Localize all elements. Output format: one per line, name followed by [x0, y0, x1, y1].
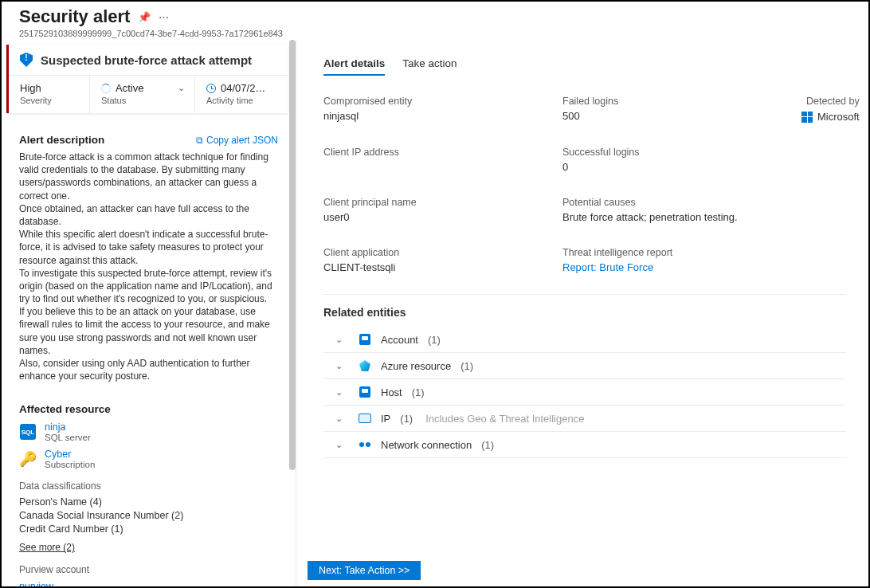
alert-id: 2517529103889999999_7c00cd74-3be7-4cdd-9… [19, 29, 854, 38]
client-principal-field: Client principal name user0 [323, 197, 555, 223]
affected-heading: Affected resource [19, 403, 111, 415]
microsoft-logo-icon [801, 112, 813, 123]
copy-icon: ⧉ [196, 135, 203, 146]
entity-count: (1) [412, 386, 425, 398]
key-icon: 🔑 [19, 450, 37, 468]
account-icon [359, 334, 370, 345]
entity-name: Azure resource [381, 360, 451, 372]
field-label: Client IP address [323, 147, 555, 158]
tab-alert-details[interactable]: Alert details [323, 54, 385, 76]
alert-title: Suspected brute-force attack attempt [41, 53, 252, 67]
entity-name: Host [381, 386, 402, 398]
field-value: user0 [323, 211, 555, 223]
status-spinner-icon [101, 84, 111, 93]
activity-cell: 04/07/2… Activity time [195, 76, 288, 113]
sql-server-icon: SQL [20, 424, 36, 440]
purview-heading: Purview account [19, 564, 278, 575]
affected-resource-row[interactable]: 🔑 Cyber Subscription [19, 449, 278, 469]
field-value: 0 [562, 161, 794, 173]
chevron-down-icon[interactable]: ⌄ [328, 361, 349, 371]
divider [323, 294, 846, 295]
ip-icon [359, 414, 371, 423]
field-value: 500 [562, 110, 794, 122]
field-label: Client application [323, 247, 555, 258]
entity-count: (1) [481, 439, 494, 451]
classifications-heading: Data classifications [19, 480, 278, 492]
affected-resource-type: SQL server [45, 433, 91, 442]
affected-resource-row[interactable]: SQL ninja SQL server [19, 421, 278, 442]
activity-label: Activity time [206, 96, 278, 105]
entity-count: (1) [400, 413, 413, 425]
status-value: Active [116, 82, 143, 94]
tab-take-action[interactable]: Take action [402, 54, 457, 76]
entity-name: IP [381, 413, 390, 425]
shield-icon [20, 53, 33, 67]
entity-count: (1) [460, 360, 473, 372]
field-value: CLIENT-testsqli [323, 261, 555, 273]
entity-name: Network connection [381, 439, 472, 451]
threat-report-field: Threat intelligence report Report: Brute… [562, 247, 794, 273]
severity-value: High [20, 82, 80, 94]
field-label: Potential causes [562, 197, 794, 208]
description-heading: Alert description [19, 134, 104, 146]
severity-label: Severity [20, 96, 80, 105]
related-entity-row-azure[interactable]: ⌄ Azure resource (1) [323, 353, 846, 379]
field-value: Microsoft [817, 111, 860, 123]
affected-resource-name[interactable]: Cyber [45, 449, 95, 460]
classification-item: Person's Name (4) [19, 496, 278, 508]
status-label: Status [101, 96, 185, 105]
more-icon[interactable]: ⋯ [159, 11, 169, 23]
chevron-down-icon[interactable]: ⌄ [165, 83, 185, 93]
field-value: Brute force attack; penetration testing. [562, 211, 794, 223]
related-entity-row-host[interactable]: ⌄ Host (1) [323, 379, 846, 406]
copy-alert-json-label: Copy alert JSON [206, 135, 278, 146]
summary-card: Suspected brute-force attack attempt Hig… [6, 45, 288, 113]
entity-name: Account [381, 334, 418, 346]
classification-item: Canada Social Insurance Number (2) [19, 510, 278, 521]
affected-resource-type: Subscription [45, 460, 95, 469]
activity-value: 04/07/2… [221, 82, 265, 94]
chevron-down-icon[interactable]: ⌄ [328, 440, 349, 450]
next-take-action-button[interactable]: Next: Take Action >> [308, 561, 421, 580]
affected-resource-name[interactable]: ninja [45, 421, 91, 433]
failed-logins-field: Failed logins 500 [562, 96, 794, 123]
client-ip-field: Client IP address [323, 147, 555, 173]
chevron-down-icon[interactable]: ⌄ [328, 335, 349, 345]
entity-count: (1) [428, 334, 441, 346]
field-value: ninjasql [323, 110, 555, 122]
classification-item: Credit Card Number (1) [19, 523, 278, 535]
copy-alert-json-link[interactable]: ⧉ Copy alert JSON [196, 135, 278, 146]
potential-causes-field: Potential causes Brute force attack; pen… [562, 197, 794, 223]
chevron-down-icon[interactable]: ⌄ [328, 414, 349, 424]
left-scrollbar[interactable] [289, 40, 296, 586]
threat-report-link[interactable]: Report: Brute Force [562, 261, 794, 273]
pin-icon[interactable]: 📌 [138, 11, 151, 23]
related-entity-row-ip[interactable]: ⌄ IP (1) Includes Geo & Threat Intellige… [323, 406, 846, 432]
successful-logins-field: Successful logins 0 [562, 147, 794, 173]
entity-extra: Includes Geo & Threat Intelligence [425, 413, 584, 425]
clock-icon [206, 84, 216, 93]
page-title: Security alert [19, 6, 130, 27]
status-cell[interactable]: Active ⌄ Status [90, 76, 195, 113]
azure-resource-icon [359, 360, 370, 371]
network-icon [359, 439, 370, 450]
detected-by-field: Detected by Microsoft [801, 96, 860, 123]
chevron-down-icon[interactable]: ⌄ [328, 387, 349, 398]
purview-link[interactable]: purview [19, 581, 53, 586]
field-label: Client principal name [323, 197, 555, 208]
related-entity-row-account[interactable]: ⌄ Account (1) [323, 327, 846, 353]
compromised-entity-field: Compromised entity ninjasql [323, 96, 555, 123]
related-entity-row-network[interactable]: ⌄ Network connection (1) [323, 432, 846, 458]
alert-description-text: Brute-force attack is a common attack te… [19, 151, 278, 382]
see-more-link[interactable]: See more (2) [19, 542, 75, 553]
related-entities-heading: Related entities [323, 306, 846, 319]
client-application-field: Client application CLIENT-testsqli [323, 247, 555, 273]
field-label: Compromised entity [323, 96, 555, 107]
field-label: Detected by [801, 96, 860, 107]
field-label: Failed logins [562, 96, 794, 107]
field-label: Successful logins [562, 147, 794, 158]
severity-cell: High Severity [9, 76, 90, 113]
host-icon [359, 386, 370, 398]
field-label: Threat intelligence report [562, 247, 794, 258]
